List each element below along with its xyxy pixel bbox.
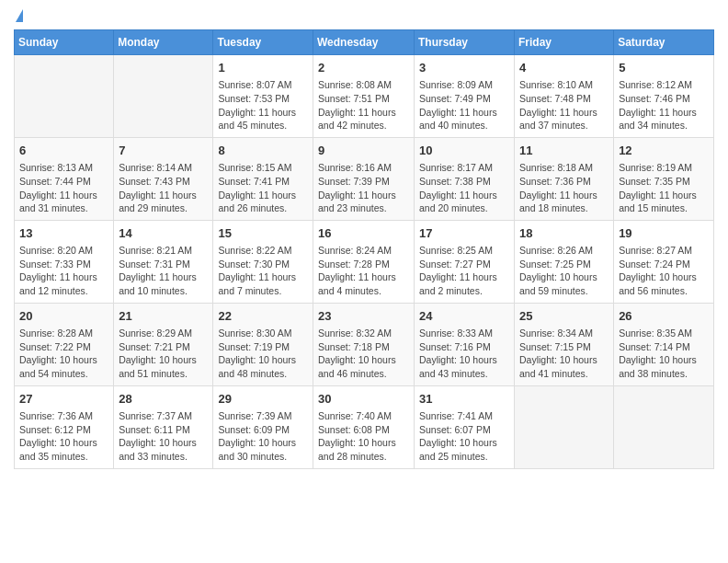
logo-triangle-icon (16, 9, 23, 22)
calendar-cell: 18Sunrise: 8:26 AMSunset: 7:25 PMDayligh… (515, 220, 614, 303)
day-info: Sunrise: 8:17 AMSunset: 7:38 PMDaylight:… (419, 161, 509, 215)
calendar-cell: 29Sunrise: 7:39 AMSunset: 6:09 PMDayligh… (213, 385, 313, 468)
calendar-cell: 3Sunrise: 8:09 AMSunset: 7:49 PMDaylight… (415, 55, 515, 138)
weekday-header-cell: Monday (114, 30, 213, 55)
day-number: 1 (218, 60, 308, 76)
weekday-header-cell: Sunday (15, 30, 114, 55)
calendar-week-row: 1Sunrise: 8:07 AMSunset: 7:53 PMDaylight… (15, 55, 714, 138)
calendar-cell: 8Sunrise: 8:15 AMSunset: 7:41 PMDaylight… (213, 137, 313, 220)
day-info: Sunrise: 7:39 AMSunset: 6:09 PMDaylight:… (218, 409, 308, 464)
day-number: 4 (519, 60, 609, 76)
calendar-cell: 9Sunrise: 8:16 AMSunset: 7:39 PMDaylight… (313, 137, 415, 220)
day-number: 21 (119, 308, 208, 325)
day-info: Sunrise: 8:14 AMSunset: 7:43 PMDaylight:… (119, 161, 208, 215)
weekday-header-cell: Thursday (415, 30, 515, 55)
day-number: 10 (419, 143, 509, 159)
calendar-cell: 6Sunrise: 8:13 AMSunset: 7:44 PMDaylight… (15, 137, 114, 220)
calendar-cell: 11Sunrise: 8:18 AMSunset: 7:36 PMDayligh… (515, 137, 614, 220)
day-number: 13 (19, 225, 108, 242)
calendar-cell: 31Sunrise: 7:41 AMSunset: 6:07 PMDayligh… (415, 385, 515, 468)
calendar-cell (515, 385, 614, 468)
day-info: Sunrise: 8:10 AMSunset: 7:48 PMDaylight:… (519, 78, 609, 132)
weekday-header-cell: Saturday (614, 30, 714, 55)
day-info: Sunrise: 8:15 AMSunset: 7:41 PMDaylight:… (218, 161, 308, 215)
day-number: 29 (218, 391, 308, 408)
day-info: Sunrise: 7:41 AMSunset: 6:07 PMDaylight:… (419, 409, 509, 464)
day-number: 15 (218, 225, 308, 242)
day-info: Sunrise: 7:36 AMSunset: 6:12 PMDaylight:… (19, 409, 108, 464)
calendar-cell: 28Sunrise: 7:37 AMSunset: 6:11 PMDayligh… (114, 385, 213, 468)
calendar-week-row: 27Sunrise: 7:36 AMSunset: 6:12 PMDayligh… (15, 385, 714, 468)
day-number: 24 (419, 308, 509, 325)
day-number: 6 (19, 143, 108, 159)
logo (14, 9, 23, 22)
day-number: 19 (619, 225, 709, 242)
day-info: Sunrise: 8:16 AMSunset: 7:39 PMDaylight:… (318, 161, 409, 215)
day-info: Sunrise: 8:27 AMSunset: 7:24 PMDaylight:… (619, 244, 709, 298)
day-info: Sunrise: 8:32 AMSunset: 7:18 PMDaylight:… (318, 327, 409, 381)
day-info: Sunrise: 8:26 AMSunset: 7:25 PMDaylight:… (519, 244, 609, 298)
calendar-cell: 2Sunrise: 8:08 AMSunset: 7:51 PMDaylight… (313, 55, 415, 138)
day-info: Sunrise: 8:30 AMSunset: 7:19 PMDaylight:… (218, 327, 308, 381)
weekday-header-cell: Tuesday (213, 30, 313, 55)
day-number: 18 (519, 225, 609, 242)
weekday-header-cell: Friday (515, 30, 614, 55)
day-info: Sunrise: 8:33 AMSunset: 7:16 PMDaylight:… (419, 327, 509, 381)
day-number: 8 (218, 143, 308, 159)
calendar-cell (614, 385, 714, 468)
calendar-cell: 26Sunrise: 8:35 AMSunset: 7:14 PMDayligh… (614, 303, 714, 385)
day-info: Sunrise: 8:09 AMSunset: 7:49 PMDaylight:… (419, 78, 509, 132)
day-info: Sunrise: 8:20 AMSunset: 7:33 PMDaylight:… (19, 244, 108, 298)
day-number: 26 (619, 308, 709, 325)
day-info: Sunrise: 8:28 AMSunset: 7:22 PMDaylight:… (19, 327, 108, 381)
calendar-week-row: 6Sunrise: 8:13 AMSunset: 7:44 PMDaylight… (15, 137, 714, 220)
day-number: 22 (218, 308, 308, 325)
calendar-cell: 7Sunrise: 8:14 AMSunset: 7:43 PMDaylight… (114, 137, 213, 220)
page: SundayMondayTuesdayWednesdayThursdayFrid… (0, 0, 728, 483)
day-info: Sunrise: 8:18 AMSunset: 7:36 PMDaylight:… (519, 161, 609, 215)
day-info: Sunrise: 8:07 AMSunset: 7:53 PMDaylight:… (218, 78, 308, 132)
day-number: 7 (119, 143, 208, 159)
day-info: Sunrise: 8:12 AMSunset: 7:46 PMDaylight:… (619, 78, 709, 132)
day-info: Sunrise: 8:19 AMSunset: 7:35 PMDaylight:… (619, 161, 709, 215)
calendar-cell: 17Sunrise: 8:25 AMSunset: 7:27 PMDayligh… (415, 220, 515, 303)
day-number: 11 (519, 143, 609, 159)
day-info: Sunrise: 8:08 AMSunset: 7:51 PMDaylight:… (318, 78, 409, 132)
day-info: Sunrise: 8:35 AMSunset: 7:14 PMDaylight:… (619, 327, 709, 381)
day-info: Sunrise: 8:13 AMSunset: 7:44 PMDaylight:… (19, 161, 108, 215)
calendar-cell: 23Sunrise: 8:32 AMSunset: 7:18 PMDayligh… (313, 303, 415, 385)
calendar-cell: 22Sunrise: 8:30 AMSunset: 7:19 PMDayligh… (213, 303, 313, 385)
calendar-cell: 12Sunrise: 8:19 AMSunset: 7:35 PMDayligh… (614, 137, 714, 220)
calendar-cell: 5Sunrise: 8:12 AMSunset: 7:46 PMDaylight… (614, 55, 714, 138)
day-number: 2 (318, 60, 409, 76)
day-number: 27 (19, 391, 108, 408)
calendar-cell: 21Sunrise: 8:29 AMSunset: 7:21 PMDayligh… (114, 303, 213, 385)
calendar-cell: 14Sunrise: 8:21 AMSunset: 7:31 PMDayligh… (114, 220, 213, 303)
day-number: 30 (318, 391, 409, 408)
calendar-table: SundayMondayTuesdayWednesdayThursdayFrid… (14, 29, 714, 469)
day-number: 5 (619, 60, 709, 76)
calendar-cell: 25Sunrise: 8:34 AMSunset: 7:15 PMDayligh… (515, 303, 614, 385)
day-number: 14 (119, 225, 208, 242)
calendar-cell: 15Sunrise: 8:22 AMSunset: 7:30 PMDayligh… (213, 220, 313, 303)
day-number: 17 (419, 225, 509, 242)
day-number: 16 (318, 225, 409, 242)
day-info: Sunrise: 8:34 AMSunset: 7:15 PMDaylight:… (519, 327, 609, 381)
weekday-header-row: SundayMondayTuesdayWednesdayThursdayFrid… (15, 30, 714, 55)
day-info: Sunrise: 8:29 AMSunset: 7:21 PMDaylight:… (119, 327, 208, 381)
day-number: 31 (419, 391, 509, 408)
calendar-cell: 20Sunrise: 8:28 AMSunset: 7:22 PMDayligh… (15, 303, 114, 385)
weekday-header-cell: Wednesday (313, 30, 415, 55)
calendar-cell (114, 55, 213, 138)
calendar-week-row: 13Sunrise: 8:20 AMSunset: 7:33 PMDayligh… (15, 220, 714, 303)
day-info: Sunrise: 8:25 AMSunset: 7:27 PMDaylight:… (419, 244, 509, 298)
calendar-cell: 30Sunrise: 7:40 AMSunset: 6:08 PMDayligh… (313, 385, 415, 468)
calendar-week-row: 20Sunrise: 8:28 AMSunset: 7:22 PMDayligh… (15, 303, 714, 385)
day-info: Sunrise: 8:24 AMSunset: 7:28 PMDaylight:… (318, 244, 409, 298)
calendar-cell: 10Sunrise: 8:17 AMSunset: 7:38 PMDayligh… (415, 137, 515, 220)
day-number: 23 (318, 308, 409, 325)
calendar-cell: 24Sunrise: 8:33 AMSunset: 7:16 PMDayligh… (415, 303, 515, 385)
day-info: Sunrise: 8:22 AMSunset: 7:30 PMDaylight:… (218, 244, 308, 298)
calendar-cell: 1Sunrise: 8:07 AMSunset: 7:53 PMDaylight… (213, 55, 313, 138)
calendar-cell: 16Sunrise: 8:24 AMSunset: 7:28 PMDayligh… (313, 220, 415, 303)
